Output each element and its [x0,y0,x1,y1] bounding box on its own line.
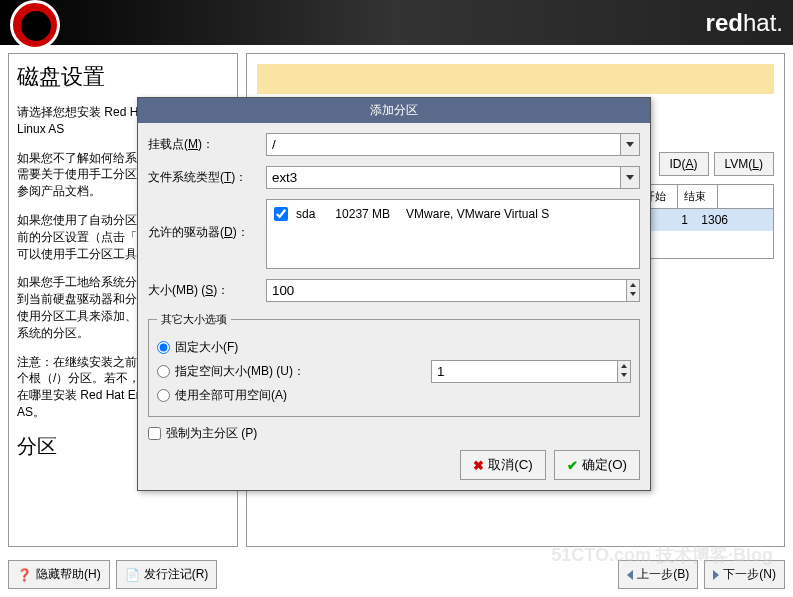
fixed-label: 固定大小(F) [175,339,238,356]
add-partition-dialog: 添加分区 挂载点(M)： 文件系统类型(T)： 允许的驱动器(D)： sda [137,97,651,491]
disk-visual [257,64,774,94]
help-icon: ❓ [17,568,32,582]
fill-spinner-btns [617,360,631,383]
chevron-down-icon [621,373,627,377]
doc-icon: 📄 [125,568,140,582]
fill-spinner [431,360,631,383]
lvm-button[interactable]: LVM(L) [714,152,774,176]
size-down-btn[interactable] [627,289,639,298]
primary-checkbox[interactable] [148,427,161,440]
arrow-right-icon [713,570,719,580]
mount-dropdown-btn[interactable] [620,133,640,156]
ok-label: 确定(O) [582,456,627,474]
fill-row: 指定空间大小(MB) (U)： [157,360,631,383]
size-spinner-btns [626,279,640,302]
drive-list[interactable]: sda 10237 MB VMware, VMware Virtual S [266,199,640,269]
th-end: 结束 [678,185,718,208]
fill-down-btn[interactable] [618,370,630,379]
fill-label: 指定空间大小(MB) (U)： [175,363,305,380]
chevron-up-icon [621,364,627,368]
brand-text: redhat. [706,9,783,37]
hide-help-label: 隐藏帮助(H) [36,566,101,583]
footer-right: 上一步(B) 下一步(N) [618,560,785,589]
fieldset-legend: 其它大小选项 [157,312,231,327]
arrow-left-icon [627,570,633,580]
next-button[interactable]: 下一步(N) [704,560,785,589]
size-up-btn[interactable] [627,280,639,289]
th-spacer2 [718,185,773,208]
mount-combo [266,133,640,156]
footer: ❓ 隐藏帮助(H) 📄 发行注记(R) 上一步(B) 下一步(N) [8,560,785,589]
fs-input[interactable] [266,166,620,189]
ok-icon: ✔ [567,458,578,473]
chevron-up-icon [630,283,636,287]
cancel-icon: ✖ [473,458,484,473]
fs-label: 文件系统类型(T)： [148,169,258,186]
chevron-down-icon [630,292,636,296]
all-radio[interactable] [157,389,170,402]
fs-row: 文件系统类型(T)： [148,166,640,189]
drive-item[interactable]: sda 10237 MB VMware, VMware Virtual S [272,205,634,223]
size-input[interactable] [266,279,626,302]
drive-checkbox[interactable] [274,207,288,221]
fill-up-btn[interactable] [618,361,630,370]
cell-c2: 1 [658,213,688,227]
drive-label: 允许的驱动器(D)： [148,199,258,241]
mount-label: 挂载点(M)： [148,136,258,153]
footer-left: ❓ 隐藏帮助(H) 📄 发行注记(R) [8,560,217,589]
back-label: 上一步(B) [637,566,689,583]
size-label: 大小(MB) (S)： [148,282,258,299]
fill-radio[interactable] [157,365,170,378]
help-title: 磁盘设置 [17,62,229,92]
release-label: 发行注记(R) [144,566,209,583]
mount-input[interactable] [266,133,620,156]
release-notes-button[interactable]: 📄 发行注记(R) [116,560,218,589]
back-button[interactable]: 上一步(B) [618,560,698,589]
next-label: 下一步(N) [723,566,776,583]
hide-help-button[interactable]: ❓ 隐藏帮助(H) [8,560,110,589]
drive-desc: VMware, VMware Virtual S [406,207,549,221]
redhat-logo-icon [10,0,60,50]
header-bar: redhat. [0,0,793,45]
fixed-row: 固定大小(F) [157,339,631,356]
drive-name: sda [296,207,315,221]
cell-c3: 1306 [688,213,728,227]
dialog-body: 挂载点(M)： 文件系统类型(T)： 允许的驱动器(D)： sda 10237 … [138,123,650,490]
cancel-button[interactable]: ✖ 取消(C) [460,450,546,480]
fs-combo [266,166,640,189]
size-options-fieldset: 其它大小选项 固定大小(F) 指定空间大小(MB) (U)： 使用全部可用 [148,312,640,417]
all-row: 使用全部可用空间(A) [157,387,631,404]
all-label: 使用全部可用空间(A) [175,387,287,404]
size-spinner [266,279,640,302]
dialog-buttons: ✖ 取消(C) ✔ 确定(O) [148,450,640,480]
ok-button[interactable]: ✔ 确定(O) [554,450,640,480]
raid-button[interactable]: ID(A) [659,152,709,176]
drive-size: 10237 MB [335,207,390,221]
primary-label: 强制为主分区 (P) [166,425,257,442]
fixed-radio[interactable] [157,341,170,354]
size-row: 大小(MB) (S)： [148,279,640,302]
chevron-down-icon [626,142,634,147]
chevron-down-icon [626,175,634,180]
dialog-title: 添加分区 [138,98,650,123]
fs-dropdown-btn[interactable] [620,166,640,189]
fill-input[interactable] [431,360,617,383]
drive-row: 允许的驱动器(D)： sda 10237 MB VMware, VMware V… [148,199,640,269]
mount-row: 挂载点(M)： [148,133,640,156]
primary-row: 强制为主分区 (P) [148,425,640,442]
cancel-label: 取消(C) [488,456,533,474]
